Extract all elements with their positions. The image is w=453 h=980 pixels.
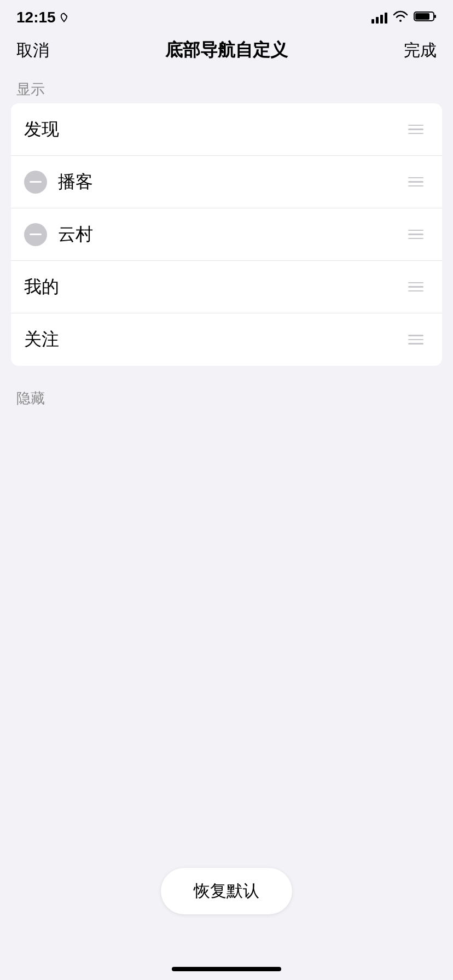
drag-handle-yuncun[interactable] [403, 224, 429, 245]
nav-header: 取消 底部导航自定义 完成 [0, 33, 453, 73]
status-bar: 12:15 [0, 0, 453, 33]
display-list: 发现 播客 云村 我的 [11, 103, 442, 366]
svg-rect-2 [415, 13, 429, 20]
item-label-guanzhu: 关注 [24, 328, 403, 352]
status-time: 12:15 [16, 9, 69, 26]
drag-handle-faxian[interactable] [403, 119, 429, 140]
remove-button-yuncun[interactable] [24, 223, 47, 246]
time-display: 12:15 [16, 9, 56, 26]
done-button[interactable]: 完成 [404, 39, 437, 62]
list-item: 播客 [11, 156, 442, 208]
svg-rect-1 [434, 15, 436, 18]
signal-icon [371, 11, 387, 24]
hidden-section-label: 隐藏 [0, 382, 453, 412]
page-title: 底部导航自定义 [165, 38, 288, 62]
restore-default-button[interactable]: 恢复默认 [161, 868, 292, 914]
item-label-boke: 播客 [58, 170, 403, 194]
drag-handle-guanzhu[interactable] [403, 329, 429, 350]
item-label-faxian: 发现 [24, 118, 403, 142]
display-section-label: 显示 [0, 73, 453, 103]
battery-icon [414, 10, 437, 25]
item-label-wode: 我的 [24, 275, 403, 299]
drag-handle-boke[interactable] [403, 172, 429, 192]
restore-button-container: 恢复默认 [0, 868, 453, 914]
list-item: 我的 [11, 261, 442, 313]
status-icons [371, 10, 437, 25]
home-indicator [172, 967, 281, 971]
hidden-section: 隐藏 [0, 382, 453, 412]
list-item: 关注 [11, 313, 442, 366]
drag-handle-wode[interactable] [403, 277, 429, 298]
location-icon [59, 13, 69, 22]
wifi-icon [393, 10, 408, 25]
item-label-yuncun: 云村 [58, 223, 403, 247]
cancel-button[interactable]: 取消 [16, 39, 49, 62]
list-item: 云村 [11, 208, 442, 261]
remove-button-boke[interactable] [24, 171, 47, 194]
list-item: 发现 [11, 103, 442, 156]
